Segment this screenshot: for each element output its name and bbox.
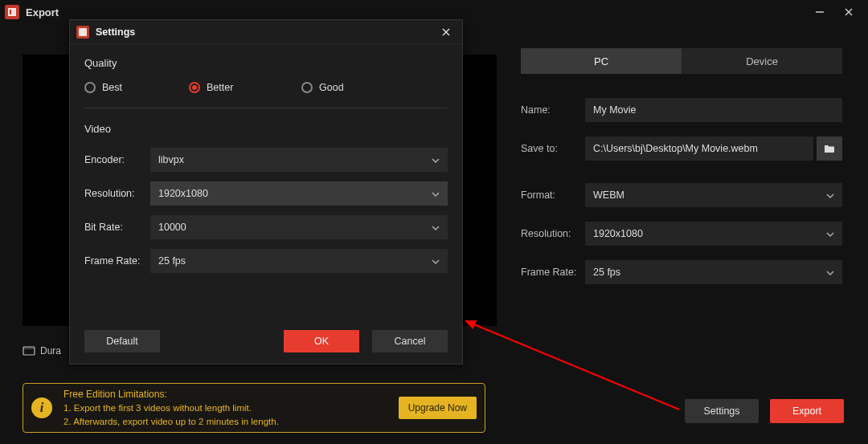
- name-label: Name:: [521, 104, 585, 116]
- format-value: WEBM: [593, 189, 624, 201]
- browse-button[interactable]: [817, 136, 842, 161]
- dialog-close-button[interactable]: [436, 22, 456, 42]
- close-button[interactable]: [834, 0, 863, 24]
- chevron-down-icon: [432, 154, 440, 165]
- svg-rect-0: [8, 8, 16, 16]
- format-label: Format:: [521, 189, 585, 201]
- quality-best-label: Best: [102, 82, 122, 93]
- upgrade-button[interactable]: Upgrade Now: [399, 397, 477, 419]
- dialog-framerate-value: 25 fps: [158, 255, 186, 267]
- quality-good-label: Good: [319, 82, 344, 93]
- radio-icon: [84, 82, 96, 93]
- saveto-label: Save to:: [521, 143, 585, 154]
- quality-header: Quality: [84, 57, 448, 69]
- framerate-value: 25 fps: [593, 267, 620, 278]
- format-select[interactable]: WEBM: [585, 183, 842, 207]
- video-header: Video: [84, 123, 448, 135]
- saveto-input[interactable]: C:\Users\bj\Desktop\My Movie.webm: [585, 136, 813, 161]
- name-input[interactable]: My Movie: [585, 98, 842, 122]
- dialog-resolution-value: 1920x1080: [158, 188, 208, 199]
- quality-better-label: Better: [207, 82, 233, 93]
- chevron-down-icon: [432, 222, 440, 233]
- quality-radio-group: Best Better Good: [84, 82, 448, 93]
- duration-label: Dura: [40, 345, 61, 356]
- encoder-select[interactable]: libvpx: [150, 148, 448, 172]
- radio-icon: [301, 82, 313, 93]
- radio-icon: [189, 82, 200, 93]
- dialog-footer: Default OK Cancel: [84, 330, 448, 352]
- encoder-value: libvpx: [158, 154, 184, 165]
- chevron-down-icon: [826, 228, 834, 239]
- dialog-titlebar: Settings: [70, 20, 462, 44]
- chevron-down-icon: [432, 255, 440, 267]
- window-controls: [805, 0, 863, 24]
- dialog-framerate-select[interactable]: 25 fps: [150, 249, 448, 273]
- svg-rect-1: [10, 10, 11, 14]
- banner-text: Free Edition Limitations: 1. Export the …: [63, 388, 279, 429]
- cancel-button[interactable]: Cancel: [372, 330, 448, 352]
- chevron-down-icon: [826, 189, 834, 201]
- resolution-label: Resolution:: [521, 228, 585, 239]
- ok-button[interactable]: OK: [284, 330, 359, 352]
- dialog-icon: [76, 26, 89, 39]
- banner-title: Free Edition Limitations:: [63, 388, 279, 401]
- default-button[interactable]: Default: [84, 330, 160, 352]
- quality-best-option[interactable]: Best: [84, 82, 189, 93]
- window-title: Export: [26, 6, 59, 18]
- resolution-value: 1920x1080: [593, 228, 643, 239]
- divider: [84, 108, 448, 108]
- export-options-panel: PC Device Name: My Movie Save to: C:\Use…: [521, 48, 842, 299]
- app-icon: [5, 5, 19, 19]
- tab-device[interactable]: Device: [682, 48, 842, 74]
- bottom-buttons: Settings Export: [685, 399, 844, 423]
- tab-pc[interactable]: PC: [521, 48, 682, 74]
- duration-icon: [23, 345, 35, 356]
- dialog-title: Settings: [96, 26, 135, 38]
- chevron-down-icon: [432, 188, 440, 199]
- limitation-banner: i Free Edition Limitations: 1. Export th…: [23, 383, 485, 433]
- banner-line1: 1. Export the first 3 videos without len…: [63, 401, 279, 415]
- chevron-down-icon: [826, 267, 834, 278]
- dialog-resolution-label: Resolution:: [84, 188, 150, 199]
- export-button[interactable]: Export: [770, 399, 844, 423]
- framerate-label: Frame Rate:: [521, 267, 585, 278]
- banner-line2: 2. Afterwards, export video up to 2 minu…: [63, 415, 279, 429]
- quality-good-option[interactable]: Good: [301, 82, 344, 93]
- dialog-resolution-select[interactable]: 1920x1080: [150, 181, 448, 206]
- settings-button[interactable]: Settings: [685, 399, 759, 423]
- settings-dialog: Settings Quality Best Better Good Video …: [69, 19, 463, 365]
- encoder-label: Encoder:: [84, 154, 150, 165]
- dialog-framerate-label: Frame Rate:: [84, 255, 150, 267]
- svg-rect-6: [23, 347, 35, 349]
- minimize-button[interactable]: [805, 0, 834, 24]
- info-icon: i: [31, 397, 52, 418]
- resolution-select[interactable]: 1920x1080: [585, 222, 842, 246]
- bitrate-value: 10000: [158, 222, 186, 233]
- target-tabs: PC Device: [521, 48, 842, 74]
- framerate-select[interactable]: 25 fps: [585, 260, 842, 284]
- bitrate-label: Bit Rate:: [84, 222, 150, 233]
- duration-row: Dura: [23, 345, 61, 356]
- svg-rect-7: [79, 28, 87, 36]
- quality-better-option[interactable]: Better: [189, 82, 301, 93]
- bitrate-select[interactable]: 10000: [150, 215, 448, 239]
